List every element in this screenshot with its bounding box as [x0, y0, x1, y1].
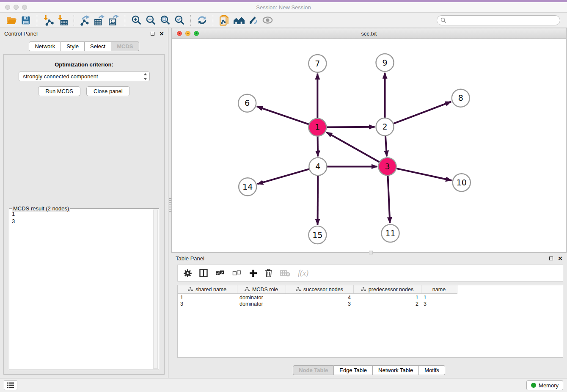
zoom-selected-icon[interactable] [172, 14, 187, 27]
cell-name[interactable]: 1 [421, 294, 457, 301]
tab-select[interactable]: Select [85, 41, 111, 51]
zoom-in-icon[interactable] [129, 14, 143, 27]
tab-edge-table[interactable]: Edge Table [334, 365, 373, 375]
tab-network-table[interactable]: Network Table [373, 365, 419, 375]
graph-node-14[interactable]: 14 [239, 178, 256, 196]
edge-1-6[interactable] [257, 106, 317, 127]
column-header-shared-name[interactable]: shared name [178, 285, 237, 294]
graph-node-10[interactable]: 10 [453, 174, 471, 191]
edge-3-1[interactable] [326, 132, 387, 166]
network-view-titlebar[interactable]: × − + scc.txt [172, 28, 566, 39]
graph-node-8[interactable]: 8 [452, 89, 470, 107]
toolbar-separator [74, 15, 74, 26]
function-builder-icon[interactable]: f(x) [298, 269, 308, 278]
vertical-splitter-grip[interactable] [169, 198, 171, 213]
cell-successor-nodes[interactable]: 4 [286, 294, 353, 301]
memory-button[interactable]: Memory [526, 380, 563, 390]
save-icon[interactable] [19, 14, 33, 27]
edge-4-14[interactable] [257, 166, 318, 184]
run-mcds-button[interactable]: Run MCDS [38, 86, 80, 96]
column-header-successor-nodes[interactable]: successor nodes [286, 285, 353, 294]
edge-3-10[interactable] [388, 166, 452, 180]
graph-node-11[interactable]: 11 [382, 224, 399, 242]
graph-node-4[interactable]: 4 [309, 157, 327, 175]
window-title: Session: New Session [0, 4, 567, 11]
result-item[interactable]: 3 [12, 218, 153, 225]
zoom-fit-icon[interactable] [158, 14, 172, 27]
graph-node-15[interactable]: 15 [308, 226, 326, 244]
zoom-out-icon[interactable] [143, 14, 158, 27]
close-table-panel-icon[interactable]: × [558, 255, 562, 262]
houses-icon[interactable] [231, 14, 246, 27]
table-row[interactable]: 1dominator411 [178, 294, 457, 301]
horizontal-splitter-grip[interactable] [369, 251, 373, 254]
refresh-icon[interactable] [195, 14, 209, 27]
column-header-predecessor-nodes[interactable]: predecessor nodes [353, 285, 421, 294]
export-network-icon[interactable] [78, 14, 92, 27]
import-table-icon[interactable] [55, 14, 70, 27]
tab-node-table[interactable]: Node Table [293, 365, 334, 375]
cell-successor-nodes[interactable]: 3 [286, 301, 353, 307]
float-panel-icon[interactable] [151, 32, 154, 36]
delete-table-icon[interactable] [280, 269, 290, 277]
export-table-icon[interactable] [92, 14, 107, 27]
list-icon [7, 382, 14, 389]
column-label: successor nodes [303, 287, 343, 293]
deselect-all-checkboxes-icon[interactable] [232, 270, 242, 276]
table-row[interactable]: 3dominator323 [178, 301, 457, 307]
float-table-panel-icon[interactable] [549, 257, 553, 260]
close-panel-button[interactable]: Close panel [86, 86, 130, 96]
criterion-select[interactable]: strongly connected component [19, 72, 150, 81]
cell-predecessor-nodes[interactable]: 2 [353, 301, 421, 307]
trash-icon[interactable] [265, 269, 272, 277]
toolbar-separator [125, 15, 125, 26]
node-label: 1 [315, 122, 320, 132]
graph-node-9[interactable]: 9 [376, 54, 394, 72]
cell-MCDS-role[interactable]: dominator [237, 301, 286, 307]
graph-canvas[interactable]: 1234678910111415 [172, 39, 566, 252]
node-table[interactable]: shared nameMCDS rolesuccessor nodesprede… [177, 285, 563, 358]
graph-node-2[interactable]: 2 [376, 118, 394, 136]
cell-shared-name[interactable]: 1 [178, 294, 237, 301]
eye-icon[interactable] [260, 14, 275, 27]
copy-network-icon[interactable] [217, 14, 231, 27]
open-folder-icon[interactable] [4, 14, 19, 27]
cell-name[interactable]: 3 [421, 301, 457, 307]
column-label: predecessor nodes [369, 287, 413, 293]
tab-network[interactable]: Network [29, 41, 61, 51]
column-label: shared name [195, 287, 226, 293]
import-network-icon[interactable] [41, 14, 55, 27]
main-titlebar: Session: New Session [0, 2, 567, 13]
select-all-checkboxes-icon[interactable] [215, 270, 225, 276]
close-panel-icon[interactable]: × [160, 30, 164, 37]
mcds-result-list[interactable]: 13 [12, 210, 153, 369]
tab-mcds[interactable]: MCDS [111, 41, 139, 51]
task-history-button[interactable] [4, 380, 17, 390]
tab-motifs[interactable]: Motifs [419, 365, 445, 375]
graph-node-3[interactable]: 3 [379, 157, 396, 175]
search-input[interactable] [449, 17, 556, 23]
gear-icon[interactable] [184, 269, 192, 277]
cell-shared-name[interactable]: 3 [178, 301, 237, 307]
column-header-MCDS-role[interactable]: MCDS role [237, 285, 286, 294]
paintbrush-icon[interactable] [246, 14, 260, 27]
table-panel: Table Panel × [171, 253, 567, 378]
cell-MCDS-role[interactable]: dominator [237, 294, 286, 301]
main-toolbar [0, 13, 567, 28]
result-item[interactable]: 1 [12, 210, 153, 218]
add-icon[interactable] [249, 269, 257, 277]
column-header-name[interactable]: name [421, 285, 457, 294]
graph-node-6[interactable]: 6 [238, 94, 256, 112]
graph-node-7[interactable]: 7 [308, 55, 326, 72]
column-label: name [432, 287, 446, 293]
split-columns-icon[interactable] [199, 269, 208, 277]
graph-node-1[interactable]: 1 [308, 119, 326, 136]
network-canvas[interactable]: 1234678910111415 [172, 39, 566, 252]
node-label: 2 [382, 122, 387, 131]
cell-predecessor-nodes[interactable]: 1 [353, 294, 421, 301]
result-scrollbar[interactable] [153, 210, 158, 369]
edge-2-8[interactable] [385, 102, 451, 127]
tab-style[interactable]: Style [61, 41, 85, 51]
search-box[interactable] [437, 15, 560, 25]
export-image-icon[interactable] [107, 14, 121, 27]
